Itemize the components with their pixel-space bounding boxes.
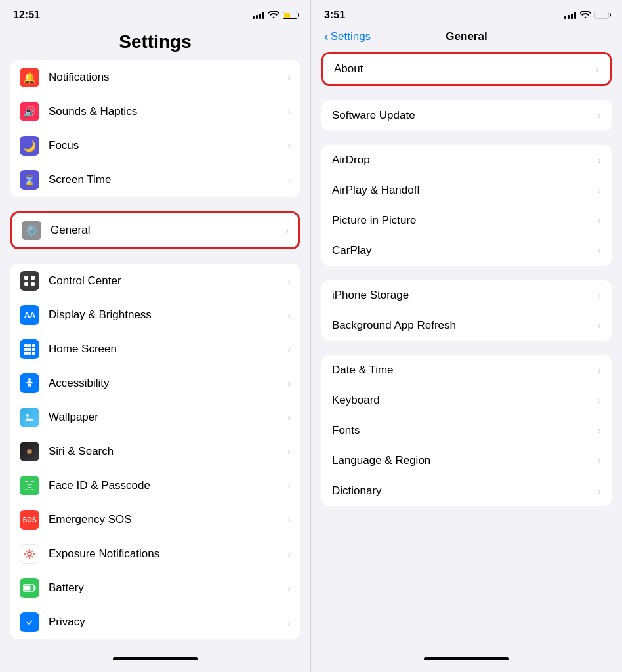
- svg-rect-20: [31, 481, 34, 482]
- settings-item-notifications[interactable]: 🔔 Notifications ›: [10, 60, 300, 94]
- right-item-fonts[interactable]: Fonts ›: [321, 415, 612, 446]
- dictionary-label: Dictionary: [332, 484, 594, 497]
- scroll-indicator: [113, 657, 198, 660]
- screentime-label: Screen Time: [49, 173, 283, 186]
- accessibility-label: Accessibility: [49, 377, 283, 390]
- settings-group-1: 🔔 Notifications › 🔊 Sounds & Haptics › 🌙…: [10, 60, 300, 197]
- chevron-icon: ›: [287, 175, 291, 185]
- svg-rect-11: [28, 352, 31, 355]
- right-item-pip[interactable]: Picture in Picture ›: [321, 205, 612, 236]
- display-icon: AA: [20, 305, 39, 325]
- controlcenter-label: Control Center: [49, 274, 283, 287]
- settings-item-controlcenter[interactable]: Control Center ›: [10, 264, 300, 298]
- faceid-label: Face ID & Passcode: [49, 479, 283, 492]
- chevron-icon: ›: [598, 155, 601, 165]
- chevron-icon: ›: [598, 290, 601, 301]
- left-settings-list[interactable]: 🔔 Notifications › 🔊 Sounds & Haptics › 🌙…: [0, 60, 310, 648]
- svg-rect-12: [32, 352, 35, 355]
- settings-item-display[interactable]: AA Display & Brightness ›: [10, 298, 300, 332]
- svg-line-31: [26, 551, 28, 552]
- storage-label: iPhone Storage: [332, 289, 594, 302]
- svg-rect-1: [31, 276, 35, 280]
- settings-item-battery[interactable]: Battery ›: [10, 571, 300, 605]
- svg-rect-19: [25, 481, 28, 482]
- settings-item-general[interactable]: ⚙️ General ›: [12, 213, 298, 247]
- softwareupdate-label: Software Update: [332, 109, 594, 122]
- right-group-datetime: Date & Time › Keyboard › Fonts › Languag…: [321, 355, 612, 506]
- svg-rect-5: [28, 344, 31, 347]
- settings-item-wallpaper[interactable]: Wallpaper ›: [10, 400, 300, 434]
- svg-rect-6: [32, 344, 35, 347]
- sounds-icon: 🔊: [20, 102, 39, 121]
- back-label: Settings: [331, 30, 371, 43]
- chevron-icon: ›: [598, 245, 601, 256]
- settings-item-screentime[interactable]: ⌛ Screen Time ›: [10, 163, 300, 197]
- homescreen-icon: [20, 339, 39, 359]
- signal-icon: [253, 11, 264, 19]
- homescreen-label: Home Screen: [49, 343, 283, 356]
- fonts-label: Fonts: [332, 424, 594, 437]
- settings-group-general: ⚙️ General ›: [10, 211, 300, 249]
- settings-item-exposure[interactable]: Exposure Notifications ›: [10, 537, 300, 571]
- right-item-airplay[interactable]: AirPlay & Handoff ›: [321, 175, 612, 205]
- exposure-icon: [20, 544, 39, 564]
- svg-line-33: [32, 551, 33, 552]
- airplay-label: AirPlay & Handoff: [332, 184, 594, 197]
- right-group-about: About ›: [321, 52, 612, 86]
- faceid-icon: [20, 476, 39, 495]
- sounds-label: Sounds & Haptics: [49, 105, 283, 118]
- right-item-bgrefresh[interactable]: Background App Refresh ›: [321, 310, 612, 341]
- svg-rect-22: [31, 490, 34, 491]
- right-item-softwareupdate[interactable]: Software Update ›: [321, 100, 612, 131]
- right-group-airdrop: AirDrop › AirPlay & Handoff › Picture in…: [321, 145, 612, 266]
- right-item-about[interactable]: About ›: [323, 54, 610, 84]
- pip-label: Picture in Picture: [332, 214, 594, 227]
- settings-item-sos[interactable]: SOS Emergency SOS ›: [10, 503, 300, 537]
- chevron-icon: ›: [598, 185, 601, 196]
- right-content[interactable]: About › Software Update › AirDrop › AirP…: [311, 52, 622, 648]
- back-chevron-icon: ‹: [324, 29, 329, 44]
- svg-rect-8: [28, 348, 31, 351]
- chevron-icon: ›: [598, 395, 601, 406]
- about-label: About: [334, 62, 592, 75]
- chevron-icon: ›: [287, 412, 291, 423]
- battery-empty-icon: [594, 12, 609, 19]
- settings-item-focus[interactable]: 🌙 Focus ›: [10, 129, 300, 163]
- back-button[interactable]: ‹ Settings: [324, 29, 371, 44]
- settings-item-privacy[interactable]: Privacy ›: [10, 605, 300, 639]
- siri-label: Siri & Search: [49, 445, 283, 458]
- svg-rect-9: [32, 348, 35, 351]
- right-nav-bar: ‹ Settings General: [311, 26, 622, 52]
- svg-point-23: [28, 484, 29, 486]
- chevron-icon: ›: [287, 72, 291, 83]
- chevron-icon: ›: [287, 446, 291, 457]
- right-status-bar: 3:51: [311, 0, 622, 26]
- settings-item-accessibility[interactable]: Accessibility ›: [10, 366, 300, 400]
- svg-rect-4: [24, 344, 28, 347]
- right-time: 3:51: [324, 9, 345, 21]
- left-panel: 12:51 Settings 🔔: [0, 0, 311, 672]
- settings-item-homescreen[interactable]: Home Screen ›: [10, 332, 300, 366]
- chevron-icon: ›: [287, 106, 291, 117]
- right-item-datetime[interactable]: Date & Time ›: [321, 355, 612, 385]
- svg-rect-10: [24, 352, 28, 355]
- svg-rect-36: [35, 587, 36, 590]
- bgrefresh-label: Background App Refresh: [332, 319, 594, 332]
- chevron-icon: ›: [287, 549, 291, 559]
- settings-item-faceid[interactable]: Face ID & Passcode ›: [10, 469, 300, 503]
- right-item-airdrop[interactable]: AirDrop ›: [321, 145, 612, 175]
- right-item-dictionary[interactable]: Dictionary ›: [321, 476, 612, 506]
- right-item-carplay[interactable]: CarPlay ›: [321, 236, 612, 266]
- datetime-label: Date & Time: [332, 364, 594, 377]
- right-item-storage[interactable]: iPhone Storage ›: [321, 280, 612, 310]
- chevron-icon: ›: [598, 215, 601, 226]
- chevron-icon: ›: [287, 514, 291, 525]
- settings-item-sounds[interactable]: 🔊 Sounds & Haptics ›: [10, 94, 300, 129]
- svg-point-26: [28, 552, 31, 556]
- battery-icon: [20, 578, 39, 598]
- chevron-icon: ›: [287, 310, 291, 320]
- right-item-language[interactable]: Language & Region ›: [321, 446, 612, 476]
- wallpaper-icon: [20, 408, 39, 427]
- right-item-keyboard[interactable]: Keyboard ›: [321, 385, 612, 415]
- settings-item-siri[interactable]: Siri & Search ›: [10, 434, 300, 469]
